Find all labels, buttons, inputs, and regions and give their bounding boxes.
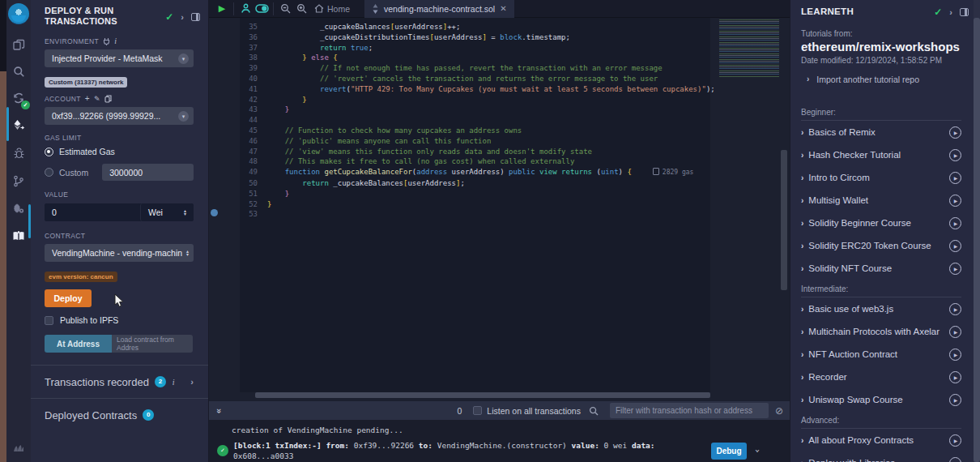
sign-message-icon[interactable]: ✎ xyxy=(94,95,100,103)
tutorial-play-icon[interactable] xyxy=(949,371,961,383)
tutorial-play-icon[interactable] xyxy=(949,303,961,315)
value-unit-select[interactable]: Wei ▴▾ xyxy=(140,203,194,221)
copy-address-icon[interactable] xyxy=(104,95,112,103)
repo-name: ethereum/remix-workshops xyxy=(801,40,969,53)
code-line: 40 // 'revert' cancels the transaction a… xyxy=(240,74,710,84)
terminal-search-icon[interactable] xyxy=(586,404,602,417)
assistant-icon[interactable] xyxy=(237,2,254,15)
at-address-input[interactable]: Load contract from Addres xyxy=(112,335,193,353)
terminal-filter-input[interactable]: Filter with transaction hash or address xyxy=(610,403,769,418)
tutorial-play-icon[interactable] xyxy=(949,394,961,406)
tutorial-label: All about Proxy Contracts xyxy=(808,435,914,445)
deployed-contracts-row[interactable]: Deployed Contracts 0 xyxy=(31,399,208,431)
section-label: Beginner: xyxy=(801,103,961,121)
code-line: 39 // If not enough time has passed, rev… xyxy=(240,63,710,74)
account-select[interactable]: 0xf39...92266 (9999.99929...▾ xyxy=(45,107,194,125)
toggle-icon[interactable] xyxy=(254,2,270,15)
tutorial-play-icon[interactable] xyxy=(949,217,961,229)
search-icon[interactable] xyxy=(6,59,31,83)
terminal-bar: » 0 Listen on all transactions Filter wi… xyxy=(209,401,790,420)
code-editor[interactable]: 35 _cupcakeBalances[userAddress]++;36 _c… xyxy=(240,18,710,392)
debugger-icon[interactable] xyxy=(6,141,31,165)
panel-title: DEPLOY & RUN TRANSACTIONS xyxy=(45,6,150,27)
tutorial-play-icon[interactable] xyxy=(949,434,961,447)
value-input[interactable]: 0 xyxy=(45,203,140,221)
tutorial-play-icon[interactable] xyxy=(949,326,961,338)
panel-expand-icon[interactable]: › xyxy=(181,12,184,22)
debug-button[interactable]: Debug xyxy=(711,443,747,460)
tutorial-play-icon[interactable] xyxy=(949,172,961,184)
tutorial-item[interactable]: ›Uniswap Swap Course xyxy=(790,388,972,411)
zoom-in-icon[interactable] xyxy=(293,2,309,15)
tutorial-item[interactable]: ›Solidity ERC20 Token Course xyxy=(790,234,972,257)
tab-close-icon[interactable]: ✕ xyxy=(500,4,506,13)
tutorial-item[interactable]: ›Intro to Circom xyxy=(790,166,972,189)
zoom-out-icon[interactable] xyxy=(277,2,293,15)
minimap[interactable] xyxy=(719,19,779,78)
environment-caret-icon: ▾ xyxy=(178,53,189,64)
tutorial-chevron-icon: › xyxy=(801,219,803,228)
terminal-collapse-icon[interactable]: » xyxy=(215,408,224,413)
estimated-gas-radio[interactable] xyxy=(45,148,53,156)
tutorial-item[interactable]: ›Solidity Beginner Course xyxy=(790,212,972,234)
tutorial-chevron-icon: › xyxy=(801,264,803,273)
tutorial-item[interactable]: ›All about Proxy Contracts xyxy=(790,429,972,451)
custom-gas-radio[interactable] xyxy=(45,168,53,177)
tutorial-play-icon[interactable] xyxy=(949,349,961,361)
tutorial-play-icon[interactable] xyxy=(949,263,961,275)
breakpoint-dot[interactable] xyxy=(211,209,218,216)
panel-check-icon: ✓ xyxy=(165,11,173,23)
tx-expand-icon[interactable]: ⌄ xyxy=(755,444,760,453)
settings-icon[interactable] xyxy=(6,196,31,220)
tutorial-item[interactable]: ›NFT Auction Contract xyxy=(790,343,972,366)
tutorial-play-icon[interactable] xyxy=(949,195,961,207)
editor-vertical-scrollbar[interactable] xyxy=(781,150,787,290)
clear-console-icon[interactable]: ⊘ xyxy=(775,405,783,417)
custom-gas-input[interactable]: 3000000 xyxy=(102,164,194,181)
run-script-icon[interactable]: ▶ xyxy=(214,2,230,15)
learneth-panel: LEARNETH ✓ › Tutorials from: ethereum/re… xyxy=(790,0,980,462)
learneth-scrollbar-thumb[interactable] xyxy=(974,18,980,462)
learneth-pin-icon[interactable] xyxy=(960,8,969,16)
panel-pin-icon[interactable] xyxy=(191,13,200,21)
tutorial-play-icon[interactable] xyxy=(949,149,961,161)
tutorial-item[interactable]: ›Solidity NFT Course xyxy=(790,257,972,280)
add-account-icon[interactable]: + xyxy=(85,94,90,103)
listen-all-checkbox[interactable] xyxy=(473,406,482,415)
tutorial-item[interactable]: ›Deploy with Libraries xyxy=(790,451,972,462)
contract-select[interactable]: VendingMachine - vending-machin ▴▾ xyxy=(45,244,194,262)
tutorial-item[interactable]: ›Basic use of web3.js xyxy=(790,297,972,320)
remix-logo[interactable] xyxy=(8,3,29,24)
tx-log-lines[interactable]: [block:1 txIndex:-] from: 0xf39...92266 … xyxy=(233,441,703,462)
code-line: 37 return true; xyxy=(240,43,710,53)
tutorial-item[interactable]: ›Multisig Wallet xyxy=(790,189,972,212)
tutorial-play-icon[interactable] xyxy=(949,126,961,139)
tutorial-item[interactable]: ›Basics of Remix xyxy=(790,121,972,143)
transactions-info-icon[interactable]: i xyxy=(173,378,175,387)
learneth-book-icon[interactable] xyxy=(6,224,31,248)
solidity-compiler-icon[interactable]: ✓ xyxy=(6,86,31,110)
tutorial-play-icon[interactable] xyxy=(949,240,961,252)
tutorial-play-icon[interactable] xyxy=(949,457,961,462)
publish-ipfs-checkbox[interactable] xyxy=(45,316,53,325)
learneth-expand-icon[interactable]: › xyxy=(949,7,952,17)
tab-vending-machine-contract[interactable]: vending-machine-contract.sol ✕ xyxy=(364,0,514,18)
tutorial-item[interactable]: ›Hash Checker Tutorial xyxy=(790,143,972,166)
environment-info-icon[interactable]: i xyxy=(114,36,117,45)
deploy-run-icon[interactable] xyxy=(6,113,31,138)
tutorial-item[interactable]: ›Multichain Protocols with Axelar xyxy=(790,320,972,343)
deploy-button[interactable]: Deploy xyxy=(45,289,92,307)
file-explorer-icon[interactable] xyxy=(6,32,31,57)
editor-horizontal-scrollbar[interactable] xyxy=(255,392,710,398)
git-icon[interactable] xyxy=(6,169,31,193)
plug-icon xyxy=(103,37,110,45)
at-address-button[interactable]: At Address xyxy=(45,335,112,353)
transactions-recorded-row[interactable]: Transactions recorded 2 i › xyxy=(31,366,208,398)
transactions-expand-icon[interactable]: › xyxy=(190,377,194,387)
tutorial-chevron-icon: › xyxy=(801,373,803,382)
import-repo-link[interactable]: › Import another tutorial repo xyxy=(790,65,980,84)
environment-select[interactable]: Injected Provider - MetaMask▾ xyxy=(45,49,194,67)
home-button[interactable]: Home xyxy=(309,4,355,14)
tutorial-label: Deploy with Libraries xyxy=(808,458,895,462)
tutorial-item[interactable]: ›Recorder xyxy=(790,366,972,388)
